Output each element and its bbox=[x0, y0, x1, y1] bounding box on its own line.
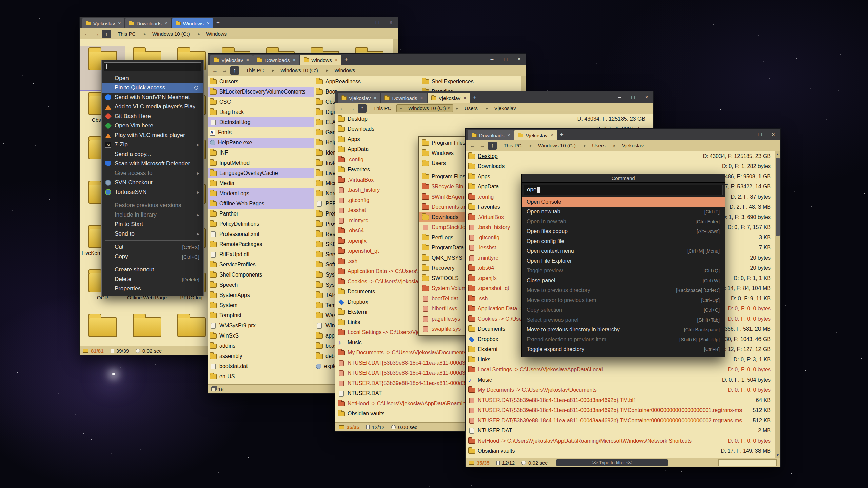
command-item[interactable]: Move to previous directory [Backspace] [… bbox=[522, 285, 725, 295]
breadcrumb-segment[interactable]: This PC bbox=[370, 105, 396, 112]
context-menu-item[interactable]: Open bbox=[102, 74, 203, 83]
file-row[interactable]: ShellExperiences bbox=[420, 77, 526, 87]
tab-close-icon[interactable]: × bbox=[463, 95, 466, 101]
breadcrumb-segment[interactable]: This PC bbox=[243, 67, 269, 74]
breadcrumb-segment[interactable]: Windows bbox=[195, 30, 232, 37]
context-menu-item[interactable] bbox=[105, 263, 200, 263]
command-item[interactable]: Copy selection [Ctrl+C] bbox=[522, 305, 725, 315]
minimize-button[interactable]: – bbox=[485, 54, 499, 65]
file-row[interactable]: InputMethod bbox=[208, 158, 314, 168]
context-menu-item[interactable]: Pin to Start bbox=[102, 220, 203, 229]
tab[interactable]: Downloads × bbox=[381, 93, 427, 103]
command-item[interactable]: Move cursor to previous item [Ctrl+Up] bbox=[522, 295, 725, 305]
context-menu-item[interactable]: Include in library ▸ bbox=[102, 210, 203, 220]
command-item[interactable]: Open config file bbox=[522, 236, 725, 246]
breadcrumb-segment[interactable]: This PC bbox=[115, 30, 141, 37]
tab-close-icon[interactable]: × bbox=[165, 21, 167, 26]
scrollbar-thumb[interactable] bbox=[776, 158, 780, 236]
tab[interactable]: Windows × bbox=[172, 18, 213, 28]
back-button[interactable]: ← bbox=[338, 104, 347, 113]
titlebar[interactable]: Vjekoslav × Downloads × Windows × + – □ bbox=[208, 54, 526, 65]
new-tab-button[interactable]: + bbox=[214, 17, 222, 28]
file-row[interactable]: DiagTrack bbox=[208, 107, 314, 117]
close-button[interactable]: × bbox=[384, 17, 398, 28]
tab[interactable]: Downloads × bbox=[125, 18, 171, 28]
titlebar[interactable]: Vjekoslav × Downloads × Vjekoslav × + – … bbox=[335, 92, 653, 103]
command-item[interactable]: Extend selection to previous item [Shift… bbox=[522, 334, 725, 344]
file-row[interactable]: CSC bbox=[208, 97, 314, 107]
breadcrumb-segment[interactable]: Windows 10 (C:) bbox=[527, 142, 580, 149]
maximize-button[interactable]: □ bbox=[626, 92, 640, 103]
filter-input[interactable]: >> Type to filter << bbox=[556, 459, 668, 466]
file-row[interactable]: Offline Web Pages bbox=[208, 199, 314, 209]
breadcrumb-segment[interactable]: Windows 10 (C:) bbox=[269, 67, 323, 74]
file-row[interactable]: Media bbox=[208, 178, 314, 188]
titlebar[interactable]: Downloads × Vjekoslav × + – □ × bbox=[466, 129, 780, 140]
breadcrumb-segment[interactable]: This PC bbox=[500, 142, 527, 149]
breadcrumb-segment[interactable]: Users bbox=[581, 142, 611, 149]
minimize-button[interactable]: – bbox=[357, 17, 371, 28]
file-row[interactable]: HelpPane.exe bbox=[208, 138, 314, 148]
command-item[interactable]: Select previous panel [Shift+Tab] bbox=[522, 315, 725, 325]
context-menu-item[interactable] bbox=[105, 199, 200, 199]
file-row[interactable]: NTUSER.DAT{53b39e88-18c4-11ea-a811-000d3… bbox=[466, 415, 780, 426]
context-menu-item[interactable]: Pin to Quick access bbox=[102, 83, 203, 93]
command-item[interactable]: Open new tab [Ctrl+T] bbox=[522, 207, 725, 217]
file-row[interactable]: SystemApps bbox=[208, 290, 314, 300]
file-row[interactable]: Panther bbox=[208, 209, 314, 219]
folder-item[interactable] bbox=[125, 312, 169, 346]
command-item[interactable]: Toggle preview [Ctrl+Q] bbox=[522, 266, 725, 276]
file-row[interactable]: bootstat.dat bbox=[208, 361, 314, 371]
file-row[interactable]: assembly bbox=[208, 351, 314, 361]
tab-close-icon[interactable]: × bbox=[207, 21, 210, 26]
command-item[interactable]: Close panel [Ctrl+W] bbox=[522, 276, 725, 285]
context-menu-item[interactable]: Send to ▸ bbox=[102, 229, 203, 239]
file-row[interactable]: Fonts bbox=[208, 127, 314, 138]
new-tab-button[interactable]: + bbox=[470, 92, 479, 103]
command-item[interactable]: Open files popup [Alt+Down] bbox=[522, 226, 725, 236]
up-button[interactable]: ↑ bbox=[230, 66, 239, 75]
breadcrumb-segment[interactable]: Vjekoslav bbox=[610, 142, 649, 149]
scroll-down-icon[interactable]: ▼ bbox=[775, 452, 780, 458]
tab-close-icon[interactable]: × bbox=[335, 57, 338, 63]
context-menu-item[interactable]: Restore previous versions bbox=[102, 201, 203, 210]
command-item[interactable]: Toggle expand directory [Ctrl+B] bbox=[522, 344, 725, 354]
close-button[interactable]: × bbox=[767, 129, 780, 140]
close-button[interactable]: × bbox=[640, 92, 653, 103]
breadcrumb-segment[interactable]: Vjekoslav bbox=[483, 105, 521, 112]
file-row[interactable]: Speech bbox=[208, 280, 314, 290]
tab[interactable]: Windows × bbox=[300, 55, 341, 65]
tab-close-icon[interactable]: × bbox=[118, 21, 121, 26]
tab[interactable]: Vjekoslav × bbox=[428, 93, 470, 103]
file-row[interactable]: AppReadiness bbox=[314, 77, 420, 87]
file-row[interactable]: System bbox=[208, 300, 314, 310]
tab[interactable]: Vjekoslav × bbox=[82, 18, 124, 28]
file-row[interactable]: en-US bbox=[208, 371, 314, 382]
breadcrumb-segment[interactable]: Windows 10 (C:) ▾ bbox=[396, 104, 453, 112]
context-menu-item[interactable]: Open Vim here bbox=[102, 121, 203, 130]
maximize-button[interactable]: □ bbox=[499, 54, 512, 65]
tab-close-icon[interactable]: × bbox=[246, 57, 249, 63]
close-button[interactable]: × bbox=[512, 54, 526, 65]
file-row[interactable]: Cursors bbox=[208, 77, 314, 87]
command-item[interactable]: Open context menu [Ctrl+M] [Menu] bbox=[522, 246, 725, 256]
minimize-button[interactable]: – bbox=[613, 92, 626, 103]
maximize-button[interactable]: □ bbox=[371, 17, 384, 28]
titlebar[interactable]: Vjekoslav × Downloads × Windows × + – □ bbox=[80, 17, 398, 28]
tab-close-icon[interactable]: × bbox=[507, 133, 510, 138]
context-menu-item[interactable]: Play with VLC media player bbox=[102, 130, 203, 140]
tab[interactable]: Vjekoslav × bbox=[338, 93, 380, 103]
maximize-button[interactable]: □ bbox=[753, 129, 767, 140]
context-menu-input[interactable] bbox=[104, 62, 201, 71]
context-menu-item[interactable]: Cut [Ctrl+X] bbox=[102, 242, 203, 252]
context-menu-item[interactable]: Give access to ▸ bbox=[102, 168, 203, 178]
command-item[interactable]: Open File Explorer bbox=[522, 256, 725, 266]
tab-close-icon[interactable]: × bbox=[374, 95, 376, 101]
file-row[interactable]: Desktop D: 43034, F: 125185, 23 GB bbox=[335, 114, 653, 124]
up-button[interactable]: ↑ bbox=[488, 142, 497, 150]
status-input[interactable] bbox=[718, 459, 777, 466]
file-row[interactable]: Professional.xml bbox=[208, 229, 314, 239]
new-tab-button[interactable]: + bbox=[557, 129, 566, 140]
file-row[interactable]: ShellComponents bbox=[208, 270, 314, 280]
breadcrumb-segment[interactable]: Windows bbox=[323, 67, 360, 74]
